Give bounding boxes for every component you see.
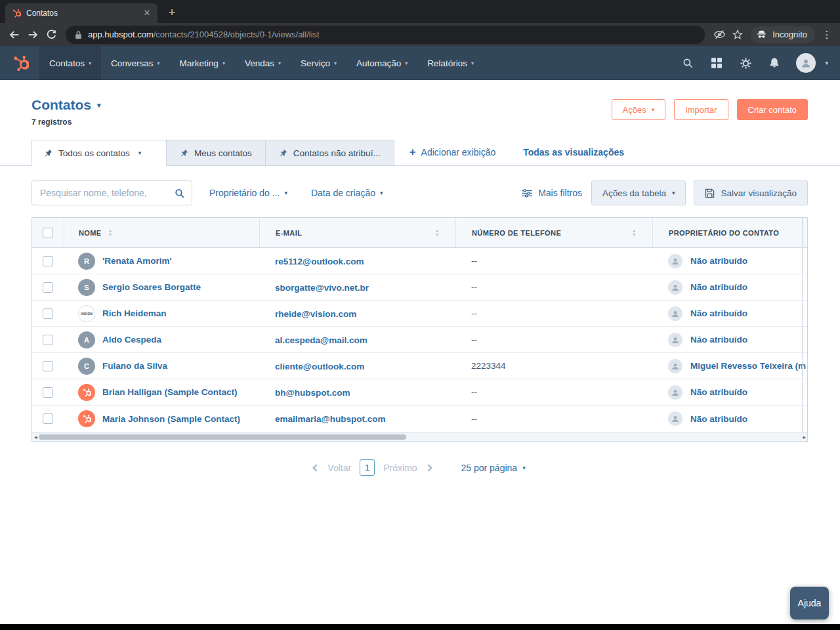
contact-name-link[interactable]: Aldo Cespeda xyxy=(102,335,161,345)
contact-owner-link[interactable]: Miguel Revesso Teixeira (m xyxy=(690,361,806,371)
bookmark-star-icon[interactable] xyxy=(728,26,747,44)
nav-item-relatorios[interactable]: Relatórios▾ xyxy=(417,46,484,80)
nav-item-vendas[interactable]: Vendas▾ xyxy=(235,46,291,80)
row-checkbox[interactable] xyxy=(43,308,53,319)
view-tab-meus-contatos[interactable]: Meus contatos xyxy=(166,140,266,166)
column-header-email[interactable]: E-MAIL▲▼ xyxy=(259,218,455,247)
save-view-button[interactable]: Salvar visualização xyxy=(694,180,808,205)
column-header-nome[interactable]: NOME▲▼ xyxy=(64,218,259,247)
chevron-down-icon[interactable]: ▾ xyxy=(825,60,828,66)
back-button[interactable] xyxy=(5,26,24,44)
contact-owner-link[interactable]: Não atribuído xyxy=(690,308,747,318)
chevron-left-icon[interactable] xyxy=(313,464,320,471)
contact-email-link[interactable]: emailmaria@hubspot.com xyxy=(275,414,385,424)
contact-name-link[interactable]: Sergio Soares Borgatte xyxy=(102,282,201,292)
contact-name-link[interactable]: Brian Halligan (Sample Contact) xyxy=(102,387,238,397)
hubspot-logo-icon[interactable] xyxy=(12,54,29,72)
row-checkbox[interactable] xyxy=(43,335,53,345)
actions-button[interactable]: Ações ▾ xyxy=(612,99,666,120)
reload-button[interactable] xyxy=(42,26,60,44)
marketplace-icon[interactable] xyxy=(704,51,729,75)
nav-item-marketing[interactable]: Marketing▾ xyxy=(170,46,235,80)
sort-icon[interactable]: ▲▼ xyxy=(632,229,637,237)
contact-email-link[interactable]: re5112@outlook.com xyxy=(275,257,364,266)
user-avatar[interactable] xyxy=(796,53,816,73)
contact-email-link[interactable]: bh@hubspot.com xyxy=(275,388,350,398)
horizontal-scrollbar[interactable]: ◂ ▸ xyxy=(32,432,807,441)
import-button-label: Importar xyxy=(685,105,717,115)
contact-owner-link[interactable]: Não atribuído xyxy=(690,414,747,424)
nav-item-contatos[interactable]: Contatos▾ xyxy=(39,46,101,80)
notifications-bell-icon[interactable] xyxy=(762,51,787,75)
add-view-button[interactable]: + Adicionar exibição xyxy=(410,147,496,158)
phone-cell: -- xyxy=(455,387,652,397)
table-actions-button[interactable]: Ações da tabela ▾ xyxy=(591,180,686,205)
scrollbar-thumb[interactable] xyxy=(39,434,406,440)
row-checkbox[interactable] xyxy=(43,361,53,371)
browser-toolbar: app.hubspot.com/contacts/21004528/object… xyxy=(0,23,840,46)
contact-owner-link[interactable]: Não atribuído xyxy=(690,282,747,292)
row-checkbox[interactable] xyxy=(43,282,53,293)
row-checkbox[interactable] xyxy=(43,413,53,424)
privacy-eye-off-icon[interactable] xyxy=(710,26,728,44)
chevron-right-icon[interactable] xyxy=(425,464,432,471)
select-all-cell xyxy=(32,218,64,247)
column-header-proprietario-do-contato[interactable]: PROPRIETÁRIO DO CONTATO xyxy=(652,218,807,247)
view-tab-todos-os-contatos[interactable]: Todos os contatos▾ xyxy=(32,140,167,166)
row-checkbox[interactable] xyxy=(43,256,53,266)
create-contact-button[interactable]: Criar contato xyxy=(737,99,808,120)
contact-name-link[interactable]: Fulano da Silva xyxy=(102,361,167,371)
browser-menu-icon[interactable]: ⋮ xyxy=(819,26,835,44)
create-date-filter-dropdown[interactable]: Data de criação ▾ xyxy=(311,188,383,198)
contact-email-link[interactable]: al.cespeda@mail.com xyxy=(275,335,368,345)
row-checkbox[interactable] xyxy=(43,387,53,398)
nav-item-servico[interactable]: Serviço▾ xyxy=(291,46,346,80)
phone-cell: -- xyxy=(455,335,652,345)
prev-page-button[interactable]: Voltar xyxy=(327,463,351,473)
tab-title: Contatos xyxy=(26,9,136,18)
create-date-filter-label: Data de criação xyxy=(311,188,375,198)
view-tab-contatos-nao-atribui[interactable]: Contatos não atribuí... xyxy=(265,140,394,166)
owner-cell: Não atribuído xyxy=(652,333,807,347)
per-page-dropdown[interactable]: 25 por página ▾ xyxy=(461,463,526,473)
address-bar[interactable]: app.hubspot.com/contacts/21004528/object… xyxy=(66,26,705,44)
owner-filter-dropdown[interactable]: Proprietário do ... ▾ xyxy=(209,188,287,198)
browser-tab[interactable]: Contatos ✕ xyxy=(5,3,158,23)
current-page-indicator[interactable]: 1 xyxy=(360,459,375,476)
scroll-right-icon[interactable]: ▸ xyxy=(803,432,806,442)
search-icon[interactable] xyxy=(167,181,192,205)
search-input[interactable] xyxy=(32,188,167,198)
contact-email-link[interactable]: rheide@vision.com xyxy=(275,309,356,319)
settings-gear-icon[interactable] xyxy=(733,51,758,75)
email-cell: sborgatte@vivo.net.br xyxy=(259,282,455,293)
tab-close-icon[interactable]: ✕ xyxy=(142,8,152,18)
nav-item-conversas[interactable]: Conversas▾ xyxy=(101,46,170,80)
contact-owner-link[interactable]: Não atribuído xyxy=(690,335,747,345)
more-filters-button[interactable]: Mais filtros xyxy=(522,188,582,198)
plus-icon: + xyxy=(410,148,416,157)
email-cell: cliente@outlook.com xyxy=(259,360,455,372)
contact-email-link[interactable]: sborgatte@vivo.net.br xyxy=(275,283,369,293)
new-tab-button[interactable]: + xyxy=(163,3,181,22)
next-page-button[interactable]: Próximo xyxy=(383,463,417,473)
import-button[interactable]: Importar xyxy=(674,99,728,120)
column-header-numero-de-telefone[interactable]: NÚMERO DE TELEFONE▲▼ xyxy=(455,218,652,247)
filters-row: Proprietário do ... ▾ Data de criação ▾ … xyxy=(32,180,808,205)
sort-icon[interactable]: ▲▼ xyxy=(435,229,440,237)
contact-name-link[interactable]: Maria Johnson (Sample Contact) xyxy=(102,414,240,424)
forward-button[interactable] xyxy=(24,26,42,44)
contact-name-link[interactable]: Rich Heideman xyxy=(102,308,167,318)
scroll-left-icon[interactable]: ◂ xyxy=(34,432,37,442)
nav-item-automacao[interactable]: Automação▾ xyxy=(346,46,417,80)
contact-owner-link[interactable]: Não atribuído xyxy=(690,256,747,266)
help-button[interactable]: Ajuda xyxy=(790,587,829,620)
contact-email-link[interactable]: cliente@outlook.com xyxy=(275,362,364,371)
contact-name-link[interactable]: 'Renata Amorim' xyxy=(102,256,172,266)
select-all-checkbox[interactable] xyxy=(43,228,53,238)
contact-owner-link[interactable]: Não atribuído xyxy=(690,387,747,397)
search-box xyxy=(32,180,192,205)
sort-icon[interactable]: ▲▼ xyxy=(108,229,113,237)
page-title[interactable]: Contatos ▾ xyxy=(32,97,101,113)
all-views-link[interactable]: Todas as visualizações xyxy=(523,147,624,158)
search-icon[interactable] xyxy=(675,51,700,75)
